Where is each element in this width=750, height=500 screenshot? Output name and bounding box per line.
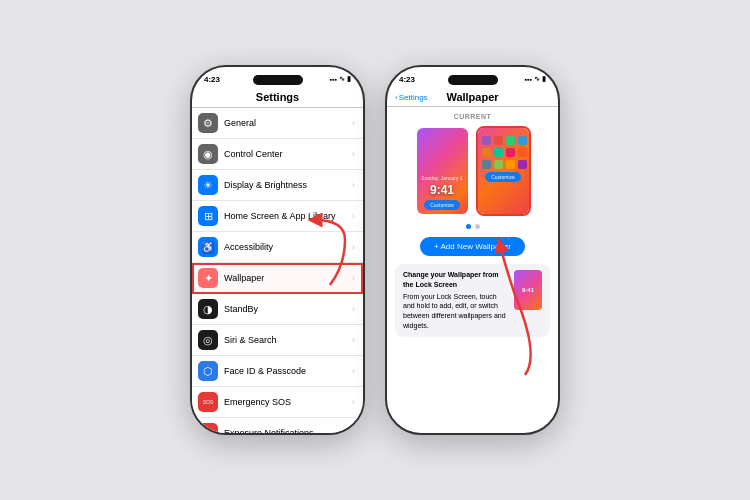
app-grid (478, 136, 529, 169)
settings-item-faceid[interactable]: ⬡Face ID & Passcode› (192, 356, 363, 387)
app-icon (506, 136, 515, 145)
setting-label-home-screen: Home Screen & App Library (224, 211, 352, 221)
wifi-icon: ∿ (339, 75, 345, 83)
setting-icon-faceid: ⬡ (198, 361, 218, 381)
lock-customize-btn[interactable]: Customize (424, 200, 460, 210)
home-customize-btn[interactable]: Customize (485, 172, 521, 182)
hint-title: Change your Wallpaper from the Lock Scre… (403, 270, 508, 290)
setting-icon-home-screen: ⊞ (198, 206, 218, 226)
settings-item-accessibility[interactable]: ♿Accessibility› (192, 232, 363, 263)
app-icon (482, 160, 491, 169)
app-icon (518, 160, 527, 169)
signal-icon-2: ▪▪▪ (525, 76, 532, 83)
hint-content: Change your Wallpaper from the Lock Scre… (403, 270, 508, 331)
preview-time: 9:41 (430, 183, 454, 197)
add-wallpaper-button[interactable]: + Add New Wallpaper (420, 237, 525, 256)
setting-icon-standby: ◑ (198, 299, 218, 319)
wallpaper-nav: ‹ Settings Wallpaper (387, 89, 558, 107)
setting-chevron-accessibility: › (352, 242, 355, 252)
setting-icon-siri: ◎ (198, 330, 218, 350)
app-icon (494, 136, 503, 145)
current-label: CURRENT (454, 113, 492, 120)
app-icon (482, 136, 491, 145)
setting-label-control-center: Control Center (224, 149, 352, 159)
setting-label-general: General (224, 118, 352, 128)
app-icon (482, 148, 491, 157)
wallpaper-content: CURRENT Sunday, January 1 9:41 Customize (387, 107, 558, 433)
setting-chevron-general: › (352, 118, 355, 128)
settings-item-exposure[interactable]: ●Exposure Notifications› (192, 418, 363, 433)
settings-item-emergency[interactable]: SOSEmergency SOS› (192, 387, 363, 418)
app-icon (518, 148, 527, 157)
settings-item-display[interactable]: ☀Display & Brightness› (192, 170, 363, 201)
page-dots (466, 224, 480, 229)
signal-icon: ▪▪▪ (330, 76, 337, 83)
setting-chevron-home-screen: › (352, 211, 355, 221)
lock-screen-preview[interactable]: Sunday, January 1 9:41 Customize (415, 126, 470, 216)
setting-icon-wallpaper: ✦ (198, 268, 218, 288)
hint-text-container: Change your Wallpaper from the Lock Scre… (403, 270, 508, 331)
battery-icon-2: ▮ (542, 75, 546, 83)
lock-screen-bg: Sunday, January 1 9:41 Customize (417, 128, 468, 214)
setting-chevron-faceid: › (352, 366, 355, 376)
dot-inactive (475, 224, 480, 229)
phone-1: 4:23 ▪▪▪ ∿ ▮ Settings ⚙General›◉Control … (190, 65, 365, 435)
settings-item-control-center[interactable]: ◉Control Center› (192, 139, 363, 170)
setting-icon-control-center: ◉ (198, 144, 218, 164)
setting-label-accessibility: Accessibility (224, 242, 352, 252)
wifi-icon-2: ∿ (534, 75, 540, 83)
setting-label-wallpaper: Wallpaper (224, 273, 352, 283)
setting-chevron-wallpaper: › (352, 273, 355, 283)
setting-chevron-siri: › (352, 335, 355, 345)
setting-label-exposure: Exposure Notifications (224, 428, 352, 433)
settings-item-wallpaper[interactable]: ✦Wallpaper› (192, 263, 363, 294)
setting-chevron-display: › (352, 180, 355, 190)
dot-active (466, 224, 471, 229)
settings-item-home-screen[interactable]: ⊞Home Screen & App Library› (192, 201, 363, 232)
app-icon (518, 136, 527, 145)
settings-phone: 4:23 ▪▪▪ ∿ ▮ Settings ⚙General›◉Control … (190, 65, 365, 435)
setting-icon-general: ⚙ (198, 113, 218, 133)
setting-chevron-emergency: › (352, 397, 355, 407)
settings-item-general[interactable]: ⚙General› (192, 108, 363, 139)
back-label: Settings (399, 93, 428, 102)
setting-label-display: Display & Brightness (224, 180, 352, 190)
dynamic-island (253, 75, 303, 85)
status-icons-1: ▪▪▪ ∿ ▮ (330, 75, 351, 83)
hint-preview-time: 9:41 (522, 287, 534, 293)
back-chevron: ‹ (395, 93, 398, 102)
status-icons-2: ▪▪▪ ∿ ▮ (525, 75, 546, 83)
dynamic-island-2 (448, 75, 498, 85)
time-2: 4:23 (399, 75, 415, 84)
settings-title: Settings (192, 89, 363, 108)
back-button[interactable]: ‹ Settings (395, 93, 428, 102)
wallpaper-previews: Sunday, January 1 9:41 Customize (415, 126, 531, 216)
time-1: 4:23 (204, 75, 220, 84)
hint-body: From your Lock Screen, touch and hold to… (403, 293, 506, 329)
setting-icon-display: ☀ (198, 175, 218, 195)
battery-icon: ▮ (347, 75, 351, 83)
phone-2: 4:23 ▪▪▪ ∿ ▮ ‹ Settings Wallpaper CURREN… (385, 65, 560, 435)
settings-list: ⚙General›◉Control Center›☀Display & Brig… (192, 108, 363, 433)
app-icon (506, 160, 515, 169)
settings-item-standby[interactable]: ◑StandBy› (192, 294, 363, 325)
home-screen-preview[interactable]: Customize (476, 126, 531, 216)
lock-screen-hint: Change your Wallpaper from the Lock Scre… (395, 264, 550, 337)
preview-date: Sunday, January 1 (421, 175, 462, 181)
setting-chevron-control-center: › (352, 149, 355, 159)
home-screen-bg: Customize (478, 128, 529, 214)
settings-item-siri[interactable]: ◎Siri & Search› (192, 325, 363, 356)
wallpaper-phone: 4:23 ▪▪▪ ∿ ▮ ‹ Settings Wallpaper CURREN… (385, 65, 560, 435)
lock-hint-preview: 9:41 (514, 270, 542, 310)
app-icon (506, 148, 515, 157)
setting-label-faceid: Face ID & Passcode (224, 366, 352, 376)
setting-label-standby: StandBy (224, 304, 352, 314)
wallpaper-title: Wallpaper (446, 91, 498, 103)
setting-icon-accessibility: ♿ (198, 237, 218, 257)
setting-label-siri: Siri & Search (224, 335, 352, 345)
setting-icon-exposure: ● (198, 423, 218, 433)
setting-icon-emergency: SOS (198, 392, 218, 412)
setting-chevron-exposure: › (352, 428, 355, 433)
app-icon (494, 148, 503, 157)
app-icon (494, 160, 503, 169)
